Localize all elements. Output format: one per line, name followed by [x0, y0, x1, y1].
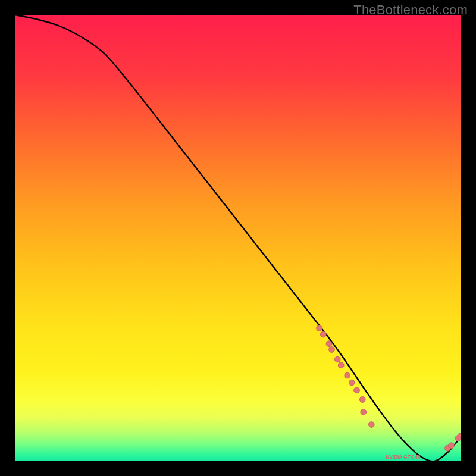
highlight-dot [354, 387, 360, 393]
highlight-dot [326, 341, 332, 347]
highlight-dot [338, 362, 344, 368]
chart-canvas: TheBottleneck.com NVIDIA GTX 40 [0, 0, 476, 476]
highlight-dot [458, 433, 461, 439]
plot-area: NVIDIA GTX 40 [15, 15, 461, 461]
highlight-dot [320, 331, 326, 337]
watermark-text: TheBottleneck.com [353, 2, 468, 18]
highlight-dot [449, 443, 455, 449]
highlight-dot [329, 347, 335, 353]
highlight-dot [317, 325, 322, 331]
highlight-dot [349, 380, 355, 386]
highlight-dots [317, 325, 461, 452]
highlight-dot [345, 372, 350, 378]
highlight-dot [359, 397, 365, 403]
bottleneck-curve [15, 15, 461, 461]
highlight-dot [334, 356, 340, 362]
highlight-dot [368, 422, 374, 428]
chart-lines: NVIDIA GTX 40 [15, 15, 461, 461]
highlight-dot [361, 409, 367, 415]
flat-line-label: NVIDIA GTX 40 [386, 455, 421, 460]
